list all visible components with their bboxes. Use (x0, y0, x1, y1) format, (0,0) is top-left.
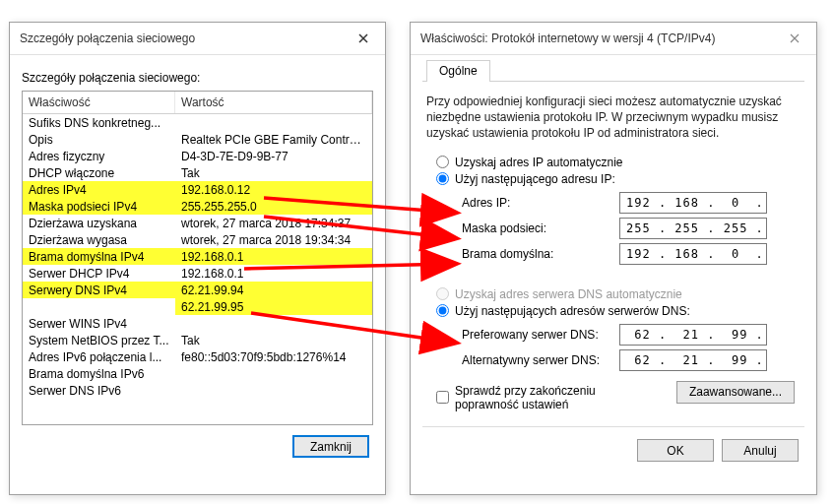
gateway-field[interactable] (619, 243, 767, 265)
radio-ip-auto-input[interactable] (436, 156, 449, 168)
radio-dns-manual-input[interactable] (436, 304, 449, 317)
dialog-title: Właściwości: Protokół internetowy w wers… (420, 32, 715, 45)
radio-label: Uzyskaj adres IP automatycznie (455, 156, 623, 169)
cell-value (175, 382, 372, 399)
cell-value: Tak (175, 164, 372, 181)
cell-value: wtorek, 27 marca 2018 19:34:34 (175, 231, 372, 248)
table-row[interactable]: Adres IPv6 połączenia l...fe80::5d03:70f… (23, 348, 372, 365)
tab-general[interactable]: Ogólne (426, 60, 490, 82)
table-row[interactable]: Serwer DNS IPv6 (23, 382, 372, 399)
table-row[interactable]: Maska podsieci IPv4255.255.255.0 (23, 198, 372, 215)
cell-property: Dzierżawa wygasa (23, 231, 175, 248)
details-listview: Właściwość Wartość Sufiks DNS konkretneg… (22, 91, 373, 425)
cell-value: 255.255.255.0 (175, 198, 372, 215)
titlebar: Szczegóły połączenia sieciowego (10, 23, 385, 55)
table-row[interactable]: Serwer WINS IPv4 (23, 315, 372, 332)
label-ip: Adres IP: (462, 196, 619, 210)
col-header-property[interactable]: Właściwość (23, 92, 175, 113)
label-dns2: Alternatywny serwer DNS: (462, 353, 619, 367)
cell-value: 62.21.99.95 (175, 298, 372, 315)
table-row[interactable]: Serwery DNS IPv462.21.99.94 (23, 282, 372, 298)
cell-property: DHCP włączone (23, 164, 175, 181)
listview-header: Właściwość Wartość (23, 92, 372, 114)
cell-value: 192.168.0.1 (175, 265, 372, 282)
cell-property: Brama domyślna IPv4 (23, 248, 175, 265)
network-details-dialog: Szczegóły połączenia sieciowego Szczegół… (9, 22, 386, 495)
cell-property: Brama domyślna IPv6 (23, 365, 175, 382)
radio-label: Uzyskaj adres serwera DNS automatycznie (455, 287, 682, 301)
table-row[interactable]: 62.21.99.95 (23, 298, 372, 315)
cell-property: Dzierżawa uzyskana (23, 215, 175, 231)
radio-label: Użyj następujących adresów serwerów DNS: (455, 304, 690, 318)
cell-value: 192.168.0.1 (175, 248, 372, 265)
cell-value (175, 315, 372, 332)
table-row[interactable]: Serwer DHCP IPv4192.168.0.1 (23, 265, 372, 282)
cell-property: Maska podsieci IPv4 (23, 198, 175, 215)
label-gateway: Brama domyślna: (462, 247, 619, 261)
table-row[interactable]: Adres IPv4192.168.0.12 (23, 181, 372, 198)
advanced-button[interactable]: Zaawansowane... (676, 381, 795, 404)
validate-checkbox[interactable] (436, 391, 449, 404)
titlebar: Właściwości: Protokół internetowy w wers… (411, 23, 816, 55)
radio-label: Użyj następującego adresu IP: (455, 172, 615, 186)
close-icon[interactable] (781, 29, 808, 48)
cell-value: Realtek PCIe GBE Family Controller (175, 131, 372, 148)
checkbox-label: Sprawdź przy zakończeniu poprawność usta… (455, 384, 652, 412)
dns-secondary-field[interactable] (619, 349, 767, 371)
table-row[interactable]: Adres fizycznyD4-3D-7E-D9-9B-77 (23, 148, 372, 164)
table-row[interactable]: Dzierżawa wygasawtorek, 27 marca 2018 19… (23, 231, 372, 248)
cell-property: Serwer DHCP IPv4 (23, 265, 175, 282)
cell-value: 62.21.99.94 (175, 282, 372, 298)
cell-value (175, 114, 372, 131)
cell-property: Serwery DNS IPv4 (23, 282, 175, 298)
cell-value: 192.168.0.12 (175, 181, 372, 198)
cell-value (175, 365, 372, 382)
subnet-mask-field[interactable] (619, 218, 767, 239)
cancel-button[interactable]: Anuluj (722, 439, 799, 462)
table-row[interactable]: OpisRealtek PCIe GBE Family Controller (23, 131, 372, 148)
cell-property: Adres fizyczny (23, 148, 175, 164)
label-dns1: Preferowany serwer DNS: (462, 328, 619, 342)
table-row[interactable]: Brama domyślna IPv4192.168.0.1 (23, 248, 372, 265)
cell-property: System NetBIOS przez T... (23, 332, 175, 348)
radio-dns-manual[interactable]: Użyj następujących adresów serwerów DNS: (436, 304, 804, 318)
cell-property: Serwer WINS IPv4 (23, 315, 175, 332)
cell-property: Adres IPv6 połączenia l... (23, 348, 175, 365)
label-mask: Maska podsieci: (462, 221, 619, 235)
ok-button[interactable]: OK (637, 439, 714, 462)
cell-value: fe80::5d03:70f9:5bdb:1276%14 (175, 348, 372, 365)
table-row[interactable]: System NetBIOS przez T...Tak (23, 332, 372, 348)
dns-primary-field[interactable] (619, 324, 767, 346)
radio-ip-auto[interactable]: Uzyskaj adres IP automatycznie (436, 156, 804, 169)
cell-property (23, 298, 175, 315)
table-row[interactable]: Brama domyślna IPv6 (23, 365, 372, 382)
radio-dns-auto: Uzyskaj adres serwera DNS automatycznie (436, 287, 804, 301)
radio-dns-auto-input (436, 287, 449, 300)
ip-address-field[interactable] (619, 192, 767, 214)
intro-text: Przy odpowiedniej konfiguracji sieci moż… (426, 94, 801, 142)
cell-property: Adres IPv4 (23, 181, 175, 198)
section-label: Szczegóły połączenia sieciowego: (22, 71, 373, 85)
cell-property: Sufiks DNS konkretneg... (23, 114, 175, 131)
cell-value: wtorek, 27 marca 2018 17:34:37 (175, 215, 372, 231)
close-button[interactable]: Zamknij (292, 435, 369, 458)
radio-ip-manual[interactable]: Użyj następującego adresu IP: (436, 172, 804, 186)
cell-property: Opis (23, 131, 175, 148)
validate-checkbox-row[interactable]: Sprawdź przy zakończeniu poprawność usta… (436, 384, 652, 412)
dialog-title: Szczegóły połączenia sieciowego (20, 32, 195, 45)
ipv4-properties-dialog: Właściwości: Protokół internetowy w wers… (410, 22, 817, 495)
table-row[interactable]: Sufiks DNS konkretneg... (23, 114, 372, 131)
cell-value: Tak (175, 332, 372, 348)
table-row[interactable]: Dzierżawa uzyskanawtorek, 27 marca 2018 … (23, 215, 372, 231)
cell-property: Serwer DNS IPv6 (23, 382, 175, 399)
col-header-value[interactable]: Wartość (175, 92, 372, 113)
tab-strip: Ogólne (422, 59, 804, 82)
table-row[interactable]: DHCP włączoneTak (23, 164, 372, 181)
close-icon[interactable] (350, 29, 377, 48)
cell-value: D4-3D-7E-D9-9B-77 (175, 148, 372, 164)
radio-ip-manual-input[interactable] (436, 172, 449, 185)
